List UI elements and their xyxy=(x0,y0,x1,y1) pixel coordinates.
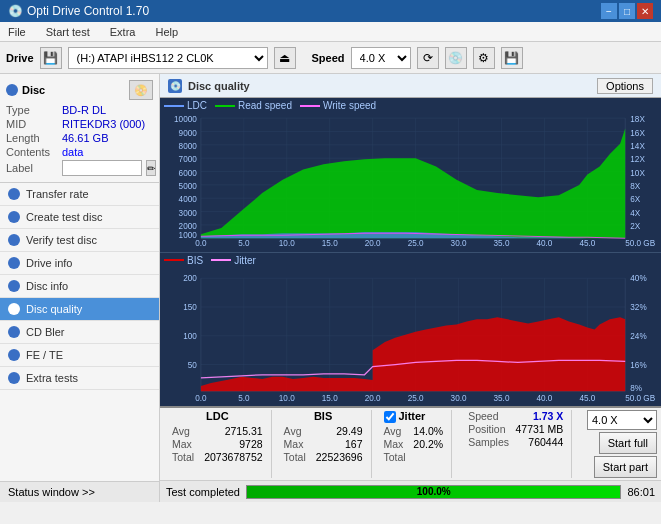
nav-item-extra-tests[interactable]: Extra tests xyxy=(0,367,159,390)
svg-text:24%: 24% xyxy=(630,331,646,340)
svg-text:6X: 6X xyxy=(630,195,641,204)
svg-text:32%: 32% xyxy=(630,303,646,312)
main-layout: Disc 📀 Type BD-R DL MID RITEKDR3 (000) L… xyxy=(0,74,661,502)
ldc-stats-title: LDC xyxy=(172,410,263,422)
disc-type-row: Type BD-R DL xyxy=(6,104,153,116)
chart2-svg: 200 150 100 50 40% 32% 24% 16% 8% 0.0 5.… xyxy=(160,268,661,402)
menu-extra[interactable]: Extra xyxy=(106,24,140,40)
legend-ldc-label: LDC xyxy=(187,100,207,111)
nav-icon-transfer-rate xyxy=(8,188,20,200)
svg-text:10000: 10000 xyxy=(174,115,197,124)
disc-length-row: Length 46.61 GB xyxy=(6,132,153,144)
nav-item-disc-info[interactable]: Disc info xyxy=(0,275,159,298)
nav-item-fe-te[interactable]: FE / TE xyxy=(0,344,159,367)
disc-info-panel: Disc 📀 Type BD-R DL MID RITEKDR3 (000) L… xyxy=(0,74,159,183)
svg-text:3000: 3000 xyxy=(179,209,198,218)
menu-file[interactable]: File xyxy=(4,24,30,40)
legend-read-speed: Read speed xyxy=(215,100,292,111)
nav-item-create-test-disc[interactable]: Create test disc xyxy=(0,206,159,229)
svg-text:6000: 6000 xyxy=(179,169,198,178)
disc-contents-label: Contents xyxy=(6,146,58,158)
legend-jitter: Jitter xyxy=(211,255,256,266)
svg-text:4X: 4X xyxy=(630,209,641,218)
label-edit-icon[interactable]: ✏ xyxy=(146,160,156,176)
chart2-legend: BIS Jitter xyxy=(160,253,661,268)
svg-text:9000: 9000 xyxy=(179,129,198,138)
refresh-icon[interactable]: ⟳ xyxy=(417,47,439,69)
jitter-avg-value: 14.0% xyxy=(413,425,443,437)
disc-icon[interactable]: 💿 xyxy=(445,47,467,69)
start-full-button[interactable]: Start full xyxy=(599,432,657,454)
nav-icon-create-test-disc xyxy=(8,211,20,223)
svg-text:25.0: 25.0 xyxy=(408,239,424,246)
footer-time: 86:01 xyxy=(627,486,655,498)
ldc-avg-row: Avg 2715.31 xyxy=(172,425,263,437)
legend-ldc-color xyxy=(164,105,184,107)
nav-item-transfer-rate[interactable]: Transfer rate xyxy=(0,183,159,206)
disc-header-label: Disc xyxy=(22,84,45,96)
speed-row: Speed 1.73 X xyxy=(468,410,563,422)
menu-start-test[interactable]: Start test xyxy=(42,24,94,40)
bis-max-row: Max 167 xyxy=(284,438,363,450)
drive-label: Drive xyxy=(6,52,34,64)
app-title: Opti Drive Control 1.70 xyxy=(27,4,149,18)
ldc-max-value: 9728 xyxy=(239,438,262,450)
legend-rs-color xyxy=(215,105,235,107)
settings-icon[interactable]: ⚙ xyxy=(473,47,495,69)
bis-stats-title: BIS xyxy=(284,410,363,422)
dq-icon: 💿 xyxy=(168,79,182,93)
speed-label: Speed xyxy=(312,52,345,64)
samples-value: 760444 xyxy=(528,436,563,448)
maximize-button[interactable]: □ xyxy=(619,3,635,19)
nav-icon-cd-bler xyxy=(8,326,20,338)
drive-select[interactable]: (H:) ATAPI iHBS112 2 CL0K xyxy=(68,47,268,69)
nav-icon-disc-info xyxy=(8,280,20,292)
status-window-button[interactable]: Status window >> xyxy=(0,481,159,502)
progress-bar-container: 100.0% xyxy=(246,485,621,499)
nav-item-drive-info[interactable]: Drive info xyxy=(0,252,159,275)
drivebar: Drive 💾 (H:) ATAPI iHBS112 2 CL0K ⏏ Spee… xyxy=(0,42,661,74)
nav-label-disc-quality: Disc quality xyxy=(26,303,82,315)
nav-label-verify-test-disc: Verify test disc xyxy=(26,234,97,246)
svg-text:8X: 8X xyxy=(630,182,641,191)
legend-ws-color xyxy=(300,105,320,107)
nav-icon-extra-tests xyxy=(8,372,20,384)
legend-jitter-label: Jitter xyxy=(234,255,256,266)
eject-icon[interactable]: ⏏ xyxy=(274,47,296,69)
jitter-checkbox[interactable] xyxy=(384,411,396,423)
menu-help[interactable]: Help xyxy=(151,24,182,40)
speed-dropdown[interactable]: 4.0 X xyxy=(587,410,657,430)
disc-mid-value: RITEKDR3 (000) xyxy=(62,118,145,130)
drive-icon: 💾 xyxy=(40,47,62,69)
ldc-total-label: Total xyxy=(172,451,194,463)
start-part-button[interactable]: Start part xyxy=(594,456,657,478)
menubar: File Start test Extra Help xyxy=(0,22,661,42)
svg-text:16%: 16% xyxy=(630,360,646,369)
svg-text:50.0 GB: 50.0 GB xyxy=(625,239,656,246)
ldc-max-label: Max xyxy=(172,438,192,450)
disc-image-icon[interactable]: 📀 xyxy=(129,80,153,100)
disc-label-input[interactable] xyxy=(62,160,142,176)
nav-item-cd-bler[interactable]: CD Bler xyxy=(0,321,159,344)
speed-select[interactable]: 4.0 X xyxy=(351,47,411,69)
ldc-max-row: Max 9728 xyxy=(172,438,263,450)
close-button[interactable]: ✕ xyxy=(637,3,653,19)
chart-bis: BIS Jitter xyxy=(160,252,661,407)
nav-item-disc-quality[interactable]: Disc quality xyxy=(0,298,159,321)
position-row: Position 47731 MB xyxy=(468,423,563,435)
svg-text:35.0: 35.0 xyxy=(494,394,510,401)
nav-item-verify-test-disc[interactable]: Verify test disc xyxy=(0,229,159,252)
svg-text:0.0: 0.0 xyxy=(195,394,207,401)
svg-text:14X: 14X xyxy=(630,142,645,151)
svg-text:35.0: 35.0 xyxy=(494,239,510,246)
options-button[interactable]: Options xyxy=(597,78,653,94)
disc-length-value: 46.61 GB xyxy=(62,132,108,144)
save-icon[interactable]: 💾 xyxy=(501,47,523,69)
legend-rs-label: Read speed xyxy=(238,100,292,111)
minimize-button[interactable]: − xyxy=(601,3,617,19)
disc-mid-label: MID xyxy=(6,118,58,130)
legend-bis: BIS xyxy=(164,255,203,266)
svg-text:10X: 10X xyxy=(630,169,645,178)
svg-text:30.0: 30.0 xyxy=(451,394,467,401)
titlebar: 💿 Opti Drive Control 1.70 − □ ✕ xyxy=(0,0,661,22)
